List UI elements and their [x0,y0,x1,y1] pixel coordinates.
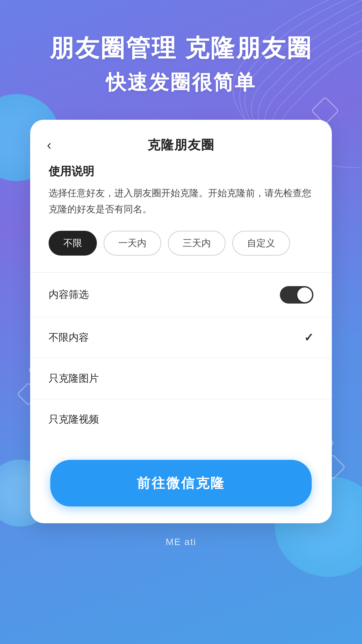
usage-desc: 选择任意好友，进入朋友圈开始克隆。开始克隆前，请先检查您克隆的好友是否有同名。 [49,185,313,217]
header-area: 朋友圈管理 克隆朋友圈 快速发圈很简单 [0,0,362,110]
action-button[interactable]: 前往微信克隆 [50,460,312,506]
option-unlimited-content-check: ✓ [304,331,313,344]
option-clone-videos-label: 只克隆视频 [49,413,99,426]
page-content: 朋友圈管理 克隆朋友圈 快速发圈很简单 ‹ 克隆朋友圈 使用说明 选择任意好友，… [0,0,362,644]
filter-btn-one-day[interactable]: 一天内 [104,231,161,256]
usage-title: 使用说明 [49,164,313,179]
content-filter-row: 内容筛选 [49,273,313,317]
option-clone-videos-row[interactable]: 只克隆视频 [49,399,313,440]
header-title-main: 朋友圈管理 克隆朋友圈 [20,34,342,62]
toggle-knob [297,287,312,302]
card-title: 克隆朋友圈 [147,137,215,154]
back-button[interactable]: ‹ [47,138,51,153]
bottom-text: ME ati [166,537,196,547]
content-filter-label: 内容筛选 [49,288,89,302]
filter-btn-unlimited[interactable]: 不限 [49,231,97,256]
filter-btn-custom[interactable]: 自定义 [232,231,290,256]
card-header: ‹ 克隆朋友圈 [30,120,332,164]
header-title-sub: 快速发圈很简单 [20,69,342,96]
main-card: ‹ 克隆朋友圈 使用说明 选择任意好友，进入朋友圈开始克隆。开始克隆前，请先检查… [30,120,332,523]
filter-btn-three-days[interactable]: 三天内 [168,231,226,256]
content-filter-toggle[interactable] [280,286,313,304]
filter-row: 不限 一天内 三天内 自定义 [49,231,313,256]
option-unlimited-content-label: 不限内容 [49,331,89,344]
option-clone-images-row[interactable]: 只克隆图片 [49,358,313,399]
option-unlimited-content-row[interactable]: 不限内容 ✓ [49,317,313,358]
option-clone-images-label: 只克隆图片 [49,372,99,385]
card-body: 使用说明 选择任意好友，进入朋友圈开始克隆。开始克隆前，请先检查您克隆的好友是否… [30,164,332,439]
